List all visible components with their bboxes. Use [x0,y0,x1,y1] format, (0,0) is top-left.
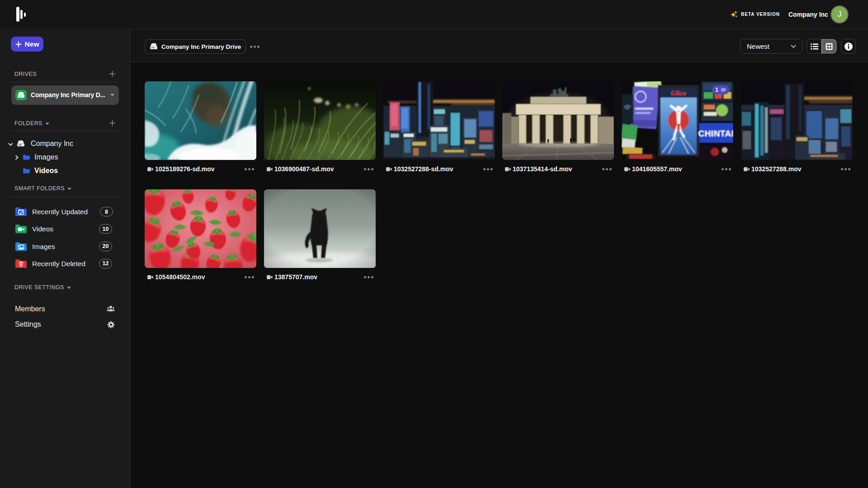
svg-text:Glico: Glico [671,89,686,97]
svg-text:CHINTAI: CHINTAI [698,129,733,138]
